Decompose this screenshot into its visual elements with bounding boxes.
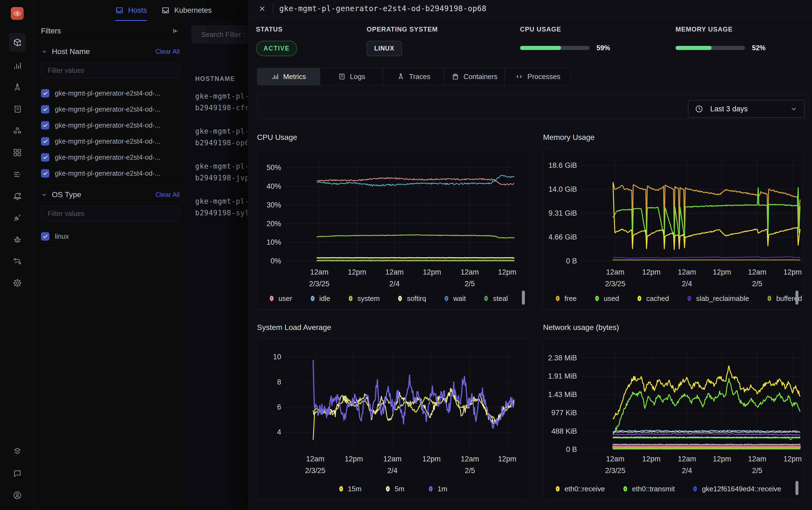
chart-title-mem: Memory Usage <box>543 133 595 142</box>
legend-item-system[interactable]: system <box>349 294 380 303</box>
package-plus-icon[interactable] <box>9 33 26 52</box>
user-circle-icon[interactable] <box>9 484 26 506</box>
chart-plot-mem[interactable]: 0 B4.66 GiB9.31 GiB14.0 GiB18.6 GiB12am2… <box>543 149 803 290</box>
filter-values-input[interactable] <box>41 205 180 221</box>
legend-scrollbar[interactable] <box>522 290 525 305</box>
legend-item-softirq[interactable]: softirq <box>398 294 426 303</box>
route-icon[interactable] <box>9 250 26 272</box>
sidebar-nav-bottom <box>0 440 34 506</box>
legend-scrollbar[interactable] <box>795 290 799 305</box>
checkbox-checked[interactable] <box>41 153 50 162</box>
filter-values-input[interactable] <box>41 62 180 78</box>
svg-text:1.43 MiB: 1.43 MiB <box>548 391 577 399</box>
tab-hosts-label: Hosts <box>128 6 147 15</box>
tab-hosts[interactable]: Hosts <box>115 0 147 21</box>
series-softirq <box>317 258 514 258</box>
legend-item-5m[interactable]: 5m <box>386 485 404 493</box>
layers-icon[interactable] <box>9 440 26 462</box>
filter-option[interactable]: gke-mgmt-pl-generator-e2st4-od-... <box>41 101 180 117</box>
filter-option-label: gke-mgmt-pl-generator-e2st4-od-... <box>55 105 160 113</box>
checkbox-checked[interactable] <box>41 89 50 97</box>
filter-option[interactable]: gke-mgmt-pl-generator-e2st4-od-... <box>41 133 180 149</box>
legend-item-gke12f61649ed4::receive[interactable]: gke12f61649ed4::receive <box>693 485 781 493</box>
chart-plot-net[interactable]: 0 B488 KiB977 KiB1.43 MiB1.91 MiB2.38 Mi… <box>543 339 803 480</box>
series-system <box>317 235 514 238</box>
collapse-filters-icon[interactable] <box>172 27 180 35</box>
legend-item-wait[interactable]: wait <box>445 294 466 303</box>
legend-item-eth0::receive[interactable]: eth0::receive <box>556 485 605 493</box>
filter-section-title: OS Type <box>52 190 155 199</box>
series-1m <box>313 360 514 428</box>
drawer-tab-label: Containers <box>463 73 498 81</box>
svg-text:30%: 30% <box>267 201 281 209</box>
chevron-down-icon[interactable] <box>41 48 48 55</box>
chart-card-cpu: 0%10%20%30%40%50%12am2/3/2512pm12am2/412… <box>257 149 530 309</box>
bar-chart-icon[interactable] <box>9 55 26 77</box>
legend-item-1m[interactable]: 1m <box>429 485 447 493</box>
sidebar <box>0 0 34 510</box>
svg-text:12am: 12am <box>678 268 696 276</box>
drawer-tab-traces[interactable]: Traces <box>383 68 445 85</box>
drawer-tab-metrics[interactable]: Metrics <box>257 68 320 85</box>
legend-item-idle[interactable]: idle <box>311 294 330 303</box>
filter-option[interactable]: linux <box>41 228 180 245</box>
drawer-tab-label: Traces <box>409 73 430 81</box>
app-logo[interactable] <box>11 7 24 20</box>
checkbox-checked[interactable] <box>41 105 50 114</box>
legend-scrollbar[interactable] <box>795 481 799 495</box>
checkbox-checked[interactable] <box>41 121 50 130</box>
drawer-tab-logs[interactable]: Logs <box>320 68 383 85</box>
chart-plot-load[interactable]: 4681012am2/3/2512pm12am2/412pm12am2/512p… <box>257 339 530 480</box>
scroll-text-icon[interactable] <box>9 98 26 120</box>
legend-ring-icon <box>445 296 448 301</box>
chart-plot-cpu[interactable]: 0%10%20%30%40%50%12am2/3/2512pm12am2/412… <box>257 149 530 290</box>
bug-icon[interactable] <box>9 229 26 250</box>
chat-icon[interactable] <box>9 462 26 484</box>
chart-legend-cpu: useridlesystemsoftirqwaitsteal <box>257 290 529 307</box>
settings-icon[interactable] <box>9 272 26 294</box>
drawer-header: gke-mgmt-pl-generator-e2st4-od-b2949198-… <box>248 0 812 18</box>
legend-item-steal[interactable]: steal <box>484 294 508 303</box>
legend-item-eth0::transmit[interactable]: eth0::transmit <box>623 485 675 493</box>
filter-option[interactable]: gke-mgmt-pl-generator-e2st4-od-... <box>41 117 180 133</box>
checkbox-checked[interactable] <box>41 137 50 146</box>
legend-item-cached[interactable]: cached <box>637 294 669 303</box>
list-lines-icon[interactable] <box>9 164 26 185</box>
checkbox-checked[interactable] <box>41 169 50 178</box>
chart-legend-mem: freeusedcachedslab_reclaimablebuffered <box>543 290 803 307</box>
legend-label: eth0::receive <box>565 485 605 493</box>
drafting-compass-icon <box>397 73 404 80</box>
legend-ring-icon <box>623 486 627 491</box>
series-slab_reclaimable <box>613 257 800 258</box>
checkbox-checked[interactable] <box>41 232 50 240</box>
filter-option[interactable]: gke-mgmt-pl-generator-e2st4-od-... <box>41 85 180 101</box>
plug-icon[interactable] <box>9 207 26 229</box>
close-icon[interactable] <box>258 5 266 13</box>
drawer-tab-containers[interactable]: Containers <box>445 68 505 85</box>
legend-item-user[interactable]: user <box>270 294 292 303</box>
tab-kubernetes[interactable]: Kubernetes <box>161 0 212 21</box>
cpu-usage-bar <box>520 46 590 50</box>
svg-text:2/3/25: 2/3/25 <box>309 280 329 288</box>
memory-usage-column: MEMORY USAGE 52% <box>675 26 733 33</box>
chart-legend-net: eth0::receiveeth0::transmitgke12f61649ed… <box>543 480 803 497</box>
legend-item-15m[interactable]: 15m <box>339 485 362 493</box>
svg-text:9.31 GiB: 9.31 GiB <box>548 209 577 217</box>
drafting-compass-icon[interactable] <box>9 77 26 98</box>
chevron-down-icon[interactable] <box>41 192 48 198</box>
legend-item-slab_reclaimable[interactable]: slab_reclaimable <box>687 294 749 303</box>
svg-text:12pm: 12pm <box>642 455 661 463</box>
boxes-icon[interactable] <box>9 120 26 142</box>
legend-item-used[interactable]: used <box>595 294 619 303</box>
svg-text:12pm: 12pm <box>713 455 731 463</box>
bell-dot-icon[interactable] <box>9 185 26 207</box>
clear-all-link[interactable]: Clear All <box>155 48 180 55</box>
os-column: OPERATING SYSTEM LINUX <box>367 26 438 33</box>
legend-item-free[interactable]: free <box>556 294 577 303</box>
layout-grid-icon[interactable] <box>9 142 26 164</box>
filter-option[interactable]: gke-mgmt-pl-generator-e2st4-od-... <box>41 149 180 165</box>
clear-all-link[interactable]: Clear All <box>155 191 180 199</box>
time-range-picker[interactable]: Last 3 days <box>688 100 805 118</box>
drawer-tab-processes[interactable]: Processes <box>505 68 571 85</box>
filter-option[interactable]: gke-mgmt-pl-generator-e2st4-od-... <box>41 165 180 181</box>
